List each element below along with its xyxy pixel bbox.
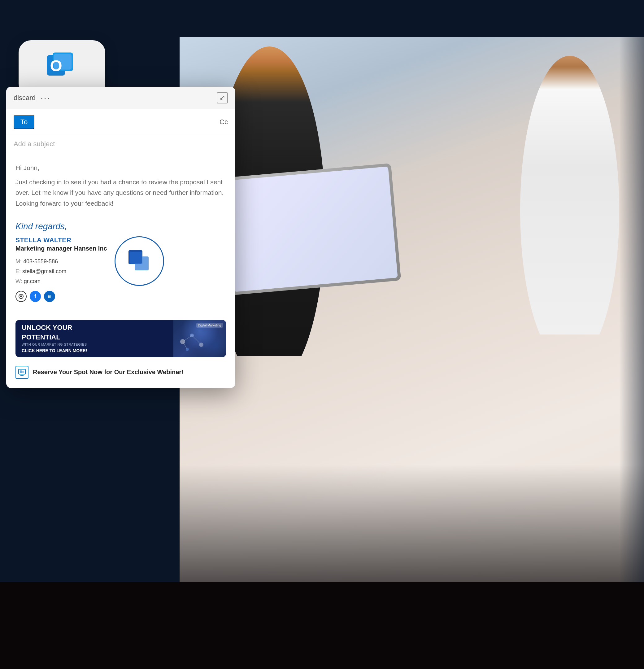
svg-line-13 <box>183 336 192 342</box>
svg-rect-8 <box>130 252 142 264</box>
webinar-row[interactable]: Reserve Your Spot Now for Our Exclusive … <box>6 363 235 388</box>
email-body[interactable]: Hi John, Just checking in to see if you … <box>6 153 235 215</box>
svg-line-14 <box>192 336 201 345</box>
email-toolbar: discard ··· ⤢ <box>6 87 235 109</box>
to-button[interactable]: To <box>14 115 34 129</box>
subject-row[interactable]: Add a subject <box>6 135 235 153</box>
email-label: E: <box>15 268 21 274</box>
svg-line-15 <box>183 342 187 350</box>
social-icons: f in <box>15 291 226 302</box>
banner-text-area: UNLOCK YOUR POTENTIAL WITH OUR MARKETING… <box>15 320 173 357</box>
subject-placeholder[interactable]: Add a subject <box>14 140 55 148</box>
to-row: To Cc <box>6 109 235 135</box>
email-value: stella@gmail.com <box>22 268 66 274</box>
social-icon-facebook[interactable]: f <box>30 291 41 302</box>
more-options-icon[interactable]: ··· <box>41 93 51 103</box>
banner-headline-2: POTENTIAL <box>22 333 167 341</box>
svg-rect-16 <box>18 369 25 374</box>
phone-label: M: <box>15 258 22 265</box>
email-greeting: Hi John, <box>15 162 226 173</box>
svg-rect-19 <box>20 370 22 373</box>
company-logo <box>115 236 164 286</box>
logo-svg <box>124 246 155 276</box>
signature-name: STELLA WALTER <box>15 236 226 244</box>
discard-label[interactable]: discard <box>14 94 35 102</box>
email-compose-window: discard ··· ⤢ To Cc Add a subject Hi Joh… <box>6 87 235 388</box>
banner-image-label: Digital Marketing <box>196 323 223 328</box>
svg-rect-20 <box>22 371 24 373</box>
outlook-icon: O <box>43 49 81 87</box>
signature-regards: Kind regards, <box>15 222 226 231</box>
banner-subtext: WITH OUR MARKETING STRATEGIES <box>22 343 167 346</box>
webinar-text[interactable]: Reserve Your Spot Now for Our Exclusive … <box>33 369 184 376</box>
svg-text:O: O <box>50 57 62 75</box>
cc-button[interactable]: Cc <box>219 118 228 126</box>
laptop-screen <box>225 167 398 292</box>
social-icon-linkedin[interactable]: in <box>44 291 55 302</box>
top-bar <box>0 0 644 37</box>
banner-headline-1: UNLOCK YOUR <box>22 324 167 332</box>
email-message: Just checking in to see if you had a cha… <box>15 177 226 209</box>
laptop <box>221 163 401 295</box>
presentation-icon <box>18 368 26 376</box>
social-icon-1[interactable] <box>15 291 27 302</box>
website-line: W: gr.com <box>15 276 226 286</box>
expand-icon: ⤢ <box>219 94 225 102</box>
phone-value: 403-5559-586 <box>23 258 58 265</box>
svg-point-5 <box>20 296 22 297</box>
banner-image: Digital Marketing <box>173 320 226 357</box>
website-value: gr.com <box>24 278 41 284</box>
signature-row: STELLA WALTER Marketing manager Hansen I… <box>15 236 226 308</box>
banner-cta: CLICK HERE TO LEARN MORE! <box>22 348 167 353</box>
webinar-icon <box>15 366 28 379</box>
toolbar-left: discard ··· <box>14 93 51 103</box>
expand-button[interactable]: ⤢ <box>217 92 228 103</box>
email-banner[interactable]: UNLOCK YOUR POTENTIAL WITH OUR MARKETING… <box>15 320 226 357</box>
email-signature: Kind regards, STELLA WALTER Marketing ma… <box>6 215 235 317</box>
bottom-band <box>0 582 644 669</box>
banner-dots-graphic <box>176 329 207 354</box>
right-shadow <box>619 31 644 620</box>
background-photo <box>180 31 644 620</box>
website-label: W: <box>15 278 22 284</box>
